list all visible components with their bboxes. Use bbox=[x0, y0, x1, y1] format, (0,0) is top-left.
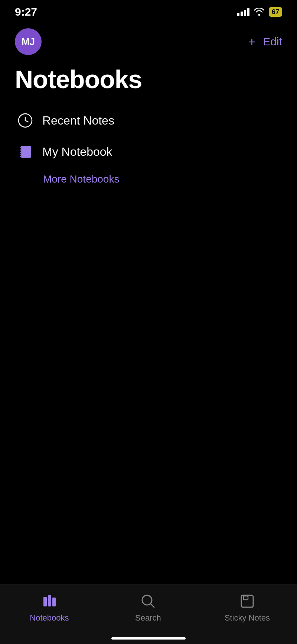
list-item-recent-notes[interactable]: Recent Notes bbox=[11, 105, 286, 136]
sticky-notes-tab-label: Sticky Notes bbox=[225, 613, 270, 623]
status-icons: 67 bbox=[237, 7, 282, 17]
more-notebooks-label: More Notebooks bbox=[43, 173, 119, 185]
add-button[interactable]: + bbox=[248, 35, 255, 49]
tab-bar: Notebooks Search Sticky Notes bbox=[0, 585, 297, 644]
list-section: Recent Notes My Notebook More Notebooks bbox=[0, 105, 297, 191]
tab-notebooks[interactable]: Notebooks bbox=[27, 592, 72, 623]
svg-rect-15 bbox=[244, 596, 248, 600]
header-actions: + Edit bbox=[248, 35, 282, 49]
svg-rect-11 bbox=[52, 598, 56, 606]
battery-icon: 67 bbox=[269, 7, 282, 17]
svg-rect-9 bbox=[43, 597, 47, 606]
avatar[interactable]: MJ bbox=[15, 28, 42, 55]
notebooks-tab-icon bbox=[40, 592, 58, 610]
svg-rect-7 bbox=[20, 154, 22, 155]
tab-sticky-notes[interactable]: Sticky Notes bbox=[225, 592, 270, 623]
plus-icon: + bbox=[248, 35, 255, 49]
search-tab-icon bbox=[139, 592, 157, 610]
wifi-icon bbox=[254, 8, 264, 16]
page-title: Notebooks bbox=[15, 65, 282, 94]
recent-notes-label: Recent Notes bbox=[42, 114, 114, 128]
svg-rect-4 bbox=[20, 147, 22, 148]
page-title-section: Notebooks bbox=[0, 61, 297, 105]
edit-label: Edit bbox=[263, 35, 282, 48]
svg-rect-3 bbox=[21, 146, 31, 158]
svg-line-2 bbox=[25, 120, 28, 122]
battery-level: 67 bbox=[272, 8, 279, 16]
notebooks-tab-label: Notebooks bbox=[30, 613, 69, 623]
edit-button[interactable]: Edit bbox=[263, 35, 282, 48]
svg-rect-8 bbox=[20, 156, 22, 157]
svg-rect-5 bbox=[20, 149, 22, 151]
svg-rect-6 bbox=[20, 152, 22, 153]
signal-icon bbox=[237, 8, 249, 16]
more-notebooks-link[interactable]: More Notebooks bbox=[11, 167, 286, 191]
sticky-notes-tab-icon bbox=[238, 592, 256, 610]
svg-rect-10 bbox=[48, 595, 51, 606]
search-tab-label: Search bbox=[135, 613, 161, 623]
notebook-icon bbox=[17, 144, 33, 160]
tab-search[interactable]: Search bbox=[126, 592, 170, 623]
clock-icon bbox=[17, 112, 33, 129]
list-item-my-notebook[interactable]: My Notebook bbox=[11, 136, 286, 167]
status-time: 9:27 bbox=[15, 6, 37, 18]
header: MJ + Edit bbox=[0, 22, 297, 61]
svg-line-13 bbox=[150, 603, 154, 607]
home-indicator bbox=[111, 637, 186, 640]
my-notebook-label: My Notebook bbox=[42, 145, 112, 159]
status-bar: 9:27 67 bbox=[0, 0, 297, 22]
